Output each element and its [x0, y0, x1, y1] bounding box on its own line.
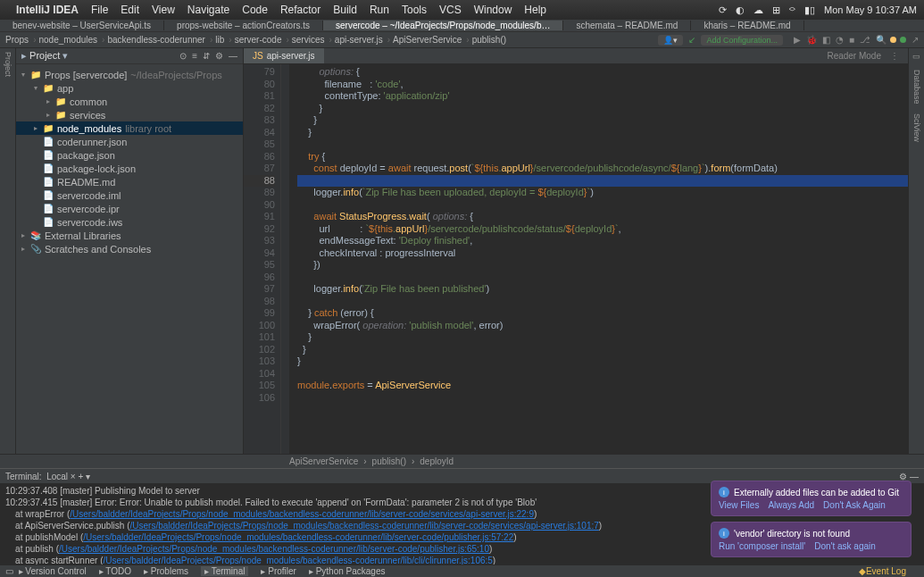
breadcrumb-segment[interactable]: node_modules: [38, 35, 97, 45]
menu-vcs[interactable]: VCS: [439, 4, 462, 16]
breadcrumb-segment[interactable]: lib: [215, 35, 224, 45]
notification-link[interactable]: Always Add: [768, 500, 814, 510]
menu-navigate[interactable]: Navigate: [187, 4, 229, 16]
tree-row[interactable]: ▸📚External Libraries: [16, 229, 243, 242]
menu-file[interactable]: File: [91, 4, 108, 16]
menu-code[interactable]: Code: [242, 4, 268, 16]
tree-row[interactable]: ▸📁node_moduleslibrary root: [16, 121, 243, 135]
sys-tray-icon[interactable]: ◐: [736, 4, 745, 16]
tree-row[interactable]: 📄README.md: [16, 175, 243, 188]
terminal-add-icon[interactable]: +: [78, 472, 83, 481]
ide-status-icon[interactable]: [900, 37, 906, 43]
source-text[interactable]: options: { filename : 'code', contentTyp…: [290, 64, 908, 454]
notifications-icon[interactable]: ▭: [912, 52, 920, 61]
terminal-close-icon[interactable]: ×: [71, 472, 76, 481]
notification-link[interactable]: Don't ask again: [814, 541, 876, 551]
tree-row[interactable]: ▸📁services: [16, 108, 243, 121]
tree-row[interactable]: 📄coderunner.json: [16, 135, 243, 148]
crumb[interactable]: publish(): [372, 456, 406, 466]
tree-row[interactable]: 📄package-lock.json: [16, 162, 243, 175]
debug-icon[interactable]: 🐞: [806, 35, 817, 45]
clock[interactable]: Mon May 9 10:37 AM: [824, 4, 917, 15]
menu-tools[interactable]: Tools: [402, 4, 427, 16]
line-gutter[interactable]: 7980818283848586878889909192939495969798…: [244, 64, 281, 454]
tree-row[interactable]: 📄servercode.iml: [16, 188, 243, 202]
sys-tray-icon[interactable]: ⊞: [772, 4, 780, 16]
event-log-button[interactable]: ◆ Event Log: [859, 566, 906, 576]
tree-row[interactable]: 📄servercode.ipr: [16, 202, 243, 215]
menu-window[interactable]: Window: [474, 4, 512, 16]
tool-window-button[interactable]: ▸ Problems: [144, 566, 188, 576]
git-user-icon[interactable]: 👤▾: [658, 35, 683, 46]
window-tab[interactable]: props-website – actionCreators.ts: [164, 21, 323, 30]
menu-app[interactable]: IntelliJ IDEA: [16, 4, 79, 16]
menu-edit[interactable]: Edit: [121, 4, 139, 16]
settings-icon[interactable]: ⚙: [215, 51, 223, 61]
battery-icon[interactable]: ▮▯: [804, 4, 815, 16]
menu-build[interactable]: Build: [333, 4, 357, 16]
collapse-all-icon[interactable]: ⇵: [203, 51, 210, 61]
tree-row[interactable]: ▾📁Props [servercode]~/IdeaProjects/Props: [16, 68, 243, 81]
settings-icon[interactable]: ↗: [912, 35, 919, 45]
search-icon[interactable]: 🔍: [876, 35, 887, 45]
tree-row[interactable]: ▸📎Scratches and Consoles: [16, 242, 243, 255]
stop-icon[interactable]: ■: [849, 35, 854, 45]
profile-icon[interactable]: ◔: [836, 35, 844, 45]
terminal-settings-icon[interactable]: ⚙: [899, 472, 907, 481]
add-configuration-button[interactable]: Add Configuration...: [701, 35, 783, 46]
window-tab[interactable]: kharis – README.md: [691, 21, 803, 30]
breadcrumb-segment[interactable]: ApiServerService: [393, 35, 462, 45]
breadcrumb-segment[interactable]: publish(): [472, 35, 506, 45]
git-branch-icon[interactable]: ⎇: [860, 35, 870, 45]
menu-refactor[interactable]: Refactor: [280, 4, 320, 16]
menu-view[interactable]: View: [152, 4, 175, 16]
editor-tab[interactable]: JS api-server.js: [244, 48, 324, 63]
tree-row[interactable]: 📄servercode.iws: [16, 215, 243, 229]
terminal-dropdown-icon[interactable]: ▾: [86, 472, 90, 481]
tool-window-button[interactable]: ▸ Profiler: [261, 566, 296, 576]
database-tool-button[interactable]: Database: [912, 70, 921, 105]
ide-updates-icon[interactable]: [890, 37, 896, 43]
notification-link[interactable]: Run 'composer install': [719, 541, 805, 551]
window-tab[interactable]: servercode – ~/IdeaProjects/Props/node_m…: [323, 21, 563, 30]
breadcrumb-segment[interactable]: Props: [5, 35, 29, 45]
tool-window-button[interactable]: ▸ Version Control: [19, 566, 87, 576]
project-view-selector[interactable]: ▸ Project ▾: [21, 50, 68, 62]
coverage-icon[interactable]: ◧: [822, 35, 830, 45]
fold-gutter[interactable]: [281, 64, 290, 454]
locate-icon[interactable]: ⊙: [179, 51, 187, 61]
menu-help[interactable]: Help: [524, 4, 546, 16]
run-icon[interactable]: ▶: [794, 35, 801, 45]
editor-more-icon[interactable]: ⋮: [890, 51, 899, 61]
project-tool-button[interactable]: Project: [4, 52, 12, 77]
breadcrumb-segment[interactable]: api-server.js: [335, 35, 383, 45]
sys-tray-icon[interactable]: ☁: [753, 4, 763, 16]
notification-link[interactable]: View Files: [719, 500, 759, 510]
breadcrumb-segment[interactable]: backendless-coderunner: [107, 35, 205, 45]
tree-row[interactable]: ▸📁common: [16, 95, 243, 108]
code-area[interactable]: 7980818283848586878889909192939495969798…: [244, 64, 908, 454]
crumb[interactable]: deployId: [420, 456, 454, 466]
tree-row[interactable]: 📄package.json: [16, 148, 243, 162]
project-tree[interactable]: ▾📁Props [servercode]~/IdeaProjects/Props…: [16, 64, 243, 454]
wifi-icon[interactable]: ⌔: [789, 4, 795, 15]
window-tab[interactable]: benev-website – UserServiceApi.ts: [0, 21, 164, 30]
tool-window-button[interactable]: ▸ Terminal: [201, 566, 248, 576]
breadcrumb-segment[interactable]: server-code: [235, 35, 282, 45]
crumb[interactable]: ApiServerService: [289, 456, 358, 466]
expand-all-icon[interactable]: ≡: [192, 51, 197, 61]
terminal-tab[interactable]: Local: [46, 472, 68, 481]
terminal-hide-icon[interactable]: —: [910, 472, 919, 481]
menu-run[interactable]: Run: [370, 4, 389, 16]
breadcrumb-segment[interactable]: services: [292, 35, 325, 45]
sciview-tool-button[interactable]: SciView: [912, 113, 921, 142]
tool-window-button[interactable]: ▸ Python Packages: [309, 566, 386, 576]
sys-tray-icon[interactable]: ⟳: [719, 4, 727, 16]
window-tab[interactable]: schemata – README.md: [563, 21, 691, 30]
vcs-update-icon[interactable]: ↙: [688, 35, 695, 45]
tool-menu-icon[interactable]: ▭: [5, 566, 13, 576]
notification-link[interactable]: Don't Ask Again: [823, 500, 886, 510]
tool-window-button[interactable]: ▸ TODO: [99, 566, 131, 576]
hide-panel-icon[interactable]: —: [229, 51, 237, 61]
tree-row[interactable]: ▾📁app: [16, 81, 243, 95]
